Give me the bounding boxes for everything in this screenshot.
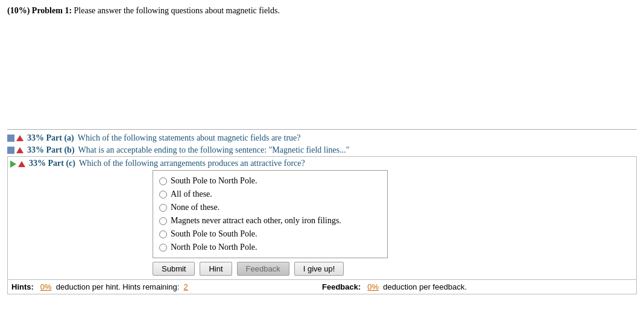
option-label-4: Magnets never attract each other, only i… <box>171 216 341 226</box>
triangle-icon-a <box>16 135 24 141</box>
hints-right: Feedback: 0% deduction per feedback. <box>322 282 633 291</box>
triangle-green-icon-c <box>10 160 16 168</box>
hint-button[interactable]: Hint <box>200 262 232 276</box>
option-radio-5[interactable] <box>159 230 167 238</box>
image-spacer <box>7 21 637 129</box>
part-c-question: Which of the following arrangements prod… <box>79 159 305 168</box>
option-radio-6[interactable] <box>159 244 167 252</box>
part-a-row: 33% Part (a) Which of the following stat… <box>7 132 637 144</box>
hints-remaining[interactable]: 2 <box>184 282 188 291</box>
triangle-red-icon-c <box>18 161 25 167</box>
option-row-3[interactable]: None of these. <box>159 201 381 214</box>
give-up-button[interactable]: I give up! <box>294 262 344 276</box>
problem-label: (10%) Problem 1: <box>7 6 72 15</box>
problem-description: Please answer the following questions ab… <box>74 6 280 15</box>
option-radio-1[interactable] <box>159 177 167 185</box>
option-label-5: South Pole to South Pole. <box>171 229 257 239</box>
option-radio-2[interactable] <box>159 191 167 198</box>
option-row-2[interactable]: All of these. <box>159 188 381 201</box>
hints-deduction-text: deduction per hint. Hints remaining: <box>54 282 182 291</box>
option-label-1: South Pole to North Pole. <box>171 176 257 186</box>
option-row-1[interactable]: South Pole to North Pole. <box>159 174 381 188</box>
hints-row: Hints: 0% deduction per hint. Hints rema… <box>8 279 636 294</box>
square-icon-a <box>7 135 14 142</box>
buttons-row: Submit Hint Feedback I give up! <box>153 262 636 276</box>
part-a-question: Which of the following statements about … <box>78 133 301 143</box>
part-a-icons <box>7 133 24 142</box>
options-container: South Pole to North Pole. All of these. … <box>153 170 388 258</box>
feedback-button[interactable]: Feedback <box>237 262 289 276</box>
feedback-pct[interactable]: 0% <box>367 282 379 291</box>
triangle-icon-b <box>16 147 24 153</box>
square-icon-b <box>7 147 14 154</box>
option-row-6[interactable]: North Pole to North Pole. <box>159 241 381 254</box>
part-b-row: 33% Part (b) What is an acceptable endin… <box>7 144 637 156</box>
option-label-6: North Pole to North Pole. <box>171 243 257 252</box>
part-b-icons <box>7 145 24 154</box>
option-row-4[interactable]: Magnets never attract each other, only i… <box>159 214 381 227</box>
option-row-5[interactable]: South Pole to South Pole. <box>159 227 381 241</box>
option-radio-4[interactable] <box>159 217 167 225</box>
page-container: (10%) Problem 1: Please answer the follo… <box>0 0 644 300</box>
part-b-question: What is an acceptable ending to the foll… <box>78 145 350 155</box>
hints-left: Hints: 0% deduction per hint. Hints rema… <box>11 282 322 291</box>
option-label-2: All of these. <box>171 189 212 199</box>
hints-deduction-pct[interactable]: 0% <box>40 282 52 291</box>
hints-label: Hints: <box>11 282 34 291</box>
submit-button[interactable]: Submit <box>153 262 195 276</box>
part-b-label: 33% Part (b) <box>27 145 75 155</box>
option-label-3: None of these. <box>171 203 219 212</box>
part-c-section: 33% Part (c) Which of the following arra… <box>7 156 637 294</box>
parts-list: 33% Part (a) Which of the following stat… <box>7 132 637 294</box>
problem-header: (10%) Problem 1: Please answer the follo… <box>7 6 637 16</box>
part-a-label: 33% Part (a) <box>27 133 74 143</box>
part-c-icons <box>10 159 25 168</box>
section-divider <box>7 129 637 130</box>
feedback-label: Feedback: <box>322 282 361 291</box>
feedback-deduction-text: deduction per feedback. <box>381 282 467 291</box>
part-c-header: 33% Part (c) Which of the following arra… <box>8 157 636 170</box>
part-c-label: 33% Part (c) <box>29 159 75 168</box>
option-radio-3[interactable] <box>159 204 167 212</box>
